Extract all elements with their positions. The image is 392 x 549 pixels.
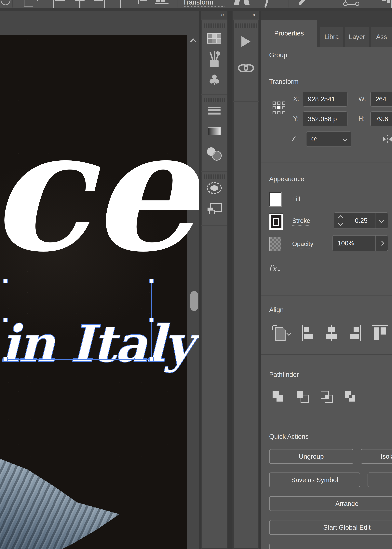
w-input[interactable]: 264. bbox=[370, 92, 392, 107]
stroke-panel-icon[interactable] bbox=[208, 107, 221, 114]
gradient-icon[interactable] bbox=[208, 127, 221, 135]
stepper-down-icon[interactable] bbox=[338, 221, 343, 226]
stroke-swatch[interactable] bbox=[269, 214, 283, 230]
x-label: X: bbox=[293, 95, 299, 102]
quick-action-bottom-partial-button[interactable] bbox=[269, 544, 392, 549]
chevron-right-icon[interactable] bbox=[379, 241, 384, 246]
panel-dock-left: « ♣ bbox=[201, 11, 227, 549]
opacity-link[interactable]: Opacity bbox=[292, 240, 313, 249]
separator bbox=[178, 0, 178, 7]
scrollbar-up-icon[interactable] bbox=[190, 38, 197, 43]
x-value: 928.2541 bbox=[303, 95, 335, 103]
horizontal-align-right-icon[interactable] bbox=[93, 0, 106, 8]
fill-swatch[interactable] bbox=[269, 192, 281, 206]
vertical-align-icon[interactable] bbox=[118, 0, 122, 8]
h-input[interactable]: 79.6 bbox=[370, 111, 392, 127]
ellipse-tool-icon[interactable] bbox=[0, 0, 10, 5]
ungroup-button[interactable]: Ungroup bbox=[269, 449, 353, 464]
panel-group: ♣ bbox=[202, 20, 227, 94]
dock-collapse-button[interactable]: « bbox=[232, 11, 259, 19]
distribute-objects-icon[interactable] bbox=[138, 0, 148, 8]
symbols-icon[interactable]: ♣ bbox=[208, 73, 221, 87]
brushes-icon[interactable] bbox=[208, 51, 221, 68]
transparency-icon[interactable] bbox=[207, 147, 222, 160]
canvas-area[interactable]: ce in Italy bbox=[0, 11, 199, 549]
align-center-icon[interactable] bbox=[325, 325, 338, 341]
window-divider bbox=[0, 8, 392, 11]
start-global-edit-button[interactable]: Start Global Edit bbox=[269, 520, 392, 535]
chevron-down-icon[interactable] bbox=[342, 137, 347, 141]
align-artboard-icon[interactable] bbox=[382, 0, 392, 8]
tab-label: Libra bbox=[324, 33, 339, 41]
puppet-warp-icon[interactable] bbox=[343, 0, 360, 8]
vertical-scrollbar-thumb[interactable] bbox=[190, 291, 198, 311]
tab-assets[interactable]: Ass bbox=[371, 27, 392, 47]
x-input[interactable]: 928.2541 bbox=[303, 92, 348, 107]
tab-libraries[interactable]: Libra bbox=[320, 27, 343, 47]
tab-label: Properties bbox=[274, 29, 304, 37]
arrange-button[interactable]: Arrange bbox=[269, 496, 392, 511]
angle-select[interactable]: 0° bbox=[306, 132, 351, 147]
pathfinder-intersect-icon[interactable] bbox=[321, 391, 333, 403]
separator bbox=[334, 0, 334, 7]
section-divider bbox=[261, 71, 392, 71]
selection-handle-bottom-right[interactable] bbox=[149, 357, 154, 361]
opacity-input[interactable]: 100% bbox=[332, 235, 388, 251]
align-left-icon[interactable] bbox=[302, 325, 315, 341]
selection-handle-mid-right[interactable] bbox=[149, 318, 154, 322]
w-label: W: bbox=[358, 95, 366, 102]
isolate-button[interactable]: Isola bbox=[361, 449, 392, 464]
panel-grip[interactable] bbox=[204, 175, 225, 179]
save-as-symbol-button[interactable]: Save as Symbol bbox=[269, 472, 360, 487]
align-to-selection-dropdown[interactable] bbox=[272, 325, 292, 341]
w-value: 264. bbox=[371, 95, 388, 103]
separator bbox=[288, 0, 289, 7]
quick-action-partial-button[interactable] bbox=[368, 472, 392, 487]
actions-play-icon[interactable] bbox=[241, 36, 251, 47]
collapse-arrows-icon: « bbox=[221, 11, 224, 18]
artwork-script-text-top[interactable]: ce bbox=[0, 107, 196, 274]
shape-builder-icon[interactable] bbox=[234, 0, 251, 8]
key-object-icon[interactable] bbox=[24, 0, 33, 7]
panel-grip[interactable] bbox=[235, 23, 257, 28]
pathfinder-unite-icon[interactable] bbox=[273, 391, 285, 403]
tab-layers[interactable]: Layer bbox=[345, 27, 369, 47]
horizontal-align-left-icon[interactable] bbox=[53, 0, 66, 8]
pen-icon[interactable] bbox=[297, 0, 313, 8]
panel-grip[interactable] bbox=[204, 23, 225, 28]
y-value: 352.058 p bbox=[303, 115, 337, 123]
selection-handle-top-left[interactable] bbox=[3, 279, 8, 283]
align-right-icon[interactable] bbox=[348, 325, 361, 341]
collapse-arrows-icon: « bbox=[252, 11, 255, 18]
fx-caret-icon bbox=[278, 270, 280, 272]
selection-handle-bottom-left[interactable] bbox=[3, 357, 8, 361]
chevron-down-icon[interactable] bbox=[379, 218, 384, 223]
pathfinder-minus-front-icon[interactable] bbox=[297, 391, 309, 403]
pathfinder-exclude-icon[interactable] bbox=[345, 391, 357, 403]
flip-horizontal-icon[interactable] bbox=[383, 135, 392, 143]
opacity-swatch[interactable] bbox=[269, 237, 281, 251]
align-top-icon[interactable] bbox=[372, 325, 388, 341]
swatches-icon[interactable] bbox=[207, 33, 221, 43]
selection-bounding-box[interactable] bbox=[5, 281, 152, 360]
artboards-icon[interactable] bbox=[208, 203, 221, 215]
stroke-link[interactable]: Stroke bbox=[292, 217, 310, 226]
panel-group bbox=[202, 172, 227, 225]
dock-collapse-button[interactable]: « bbox=[201, 11, 227, 19]
reference-point-locator[interactable] bbox=[273, 101, 285, 114]
selection-handle-mid-left[interactable] bbox=[3, 318, 8, 322]
selection-handle-top-right[interactable] bbox=[149, 279, 154, 283]
stepper-up-icon[interactable] bbox=[338, 215, 343, 220]
fx-effects-button[interactable]: fx bbox=[268, 264, 280, 273]
stroke-weight-stepper[interactable]: 0.25 bbox=[334, 212, 388, 229]
horizontal-align-center-icon[interactable] bbox=[74, 0, 86, 8]
tab-properties[interactable]: Properties bbox=[261, 20, 317, 47]
transform-link[interactable]: Transform bbox=[183, 0, 213, 6]
knit-fabric-photo-corner bbox=[0, 455, 124, 549]
asset-export-icon[interactable] bbox=[207, 182, 222, 194]
links-icon[interactable] bbox=[238, 63, 254, 74]
distribute-spacing-icon[interactable] bbox=[155, 0, 169, 8]
arrow-tool-icon[interactable] bbox=[259, 0, 275, 8]
panel-grip[interactable] bbox=[204, 98, 225, 102]
y-input[interactable]: 352.058 p bbox=[303, 111, 348, 127]
